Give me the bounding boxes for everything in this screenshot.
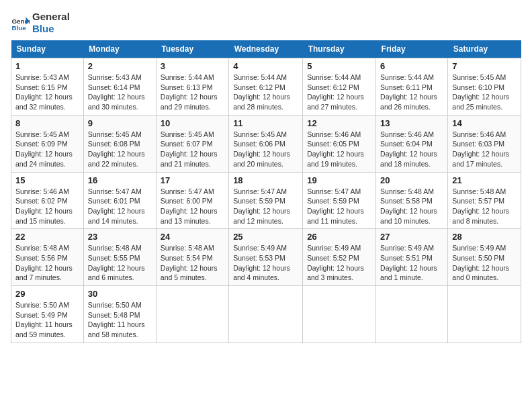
day-cell: 28Sunrise: 5:49 AMSunset: 5:50 PMDayligh… — [448, 229, 521, 286]
day-number: 14 — [452, 118, 517, 128]
day-info: Sunrise: 5:47 AMSunset: 5:59 PMDaylight:… — [233, 187, 298, 226]
day-info: Sunrise: 5:45 AMSunset: 6:06 PMDaylight:… — [233, 130, 298, 169]
logo: General Blue General Blue — [11, 11, 70, 35]
day-cell: 15Sunrise: 5:46 AMSunset: 6:02 PMDayligh… — [11, 172, 84, 229]
day-info: Sunrise: 5:47 AMSunset: 6:01 PMDaylight:… — [88, 187, 152, 226]
day-info: Sunrise: 5:47 AMSunset: 6:00 PMDaylight:… — [161, 187, 224, 226]
day-cell: 1Sunrise: 5:43 AMSunset: 6:15 PMDaylight… — [11, 58, 84, 116]
day-number: 26 — [307, 232, 371, 242]
day-info: Sunrise: 5:49 AMSunset: 5:52 PMDaylight:… — [307, 243, 371, 283]
day-info: Sunrise: 5:50 AMSunset: 5:49 PMDaylight:… — [15, 300, 79, 340]
day-info: Sunrise: 5:48 AMSunset: 5:57 PMDaylight:… — [452, 187, 517, 226]
day-info: Sunrise: 5:43 AMSunset: 6:15 PMDaylight:… — [15, 73, 79, 112]
day-info: Sunrise: 5:43 AMSunset: 6:14 PMDaylight:… — [88, 73, 152, 112]
day-cell: 19Sunrise: 5:47 AMSunset: 5:59 PMDayligh… — [303, 172, 376, 229]
day-number: 13 — [380, 118, 443, 128]
day-info: Sunrise: 5:45 AMSunset: 6:08 PMDaylight:… — [88, 130, 152, 169]
day-number: 10 — [161, 118, 224, 128]
day-cell: 27Sunrise: 5:49 AMSunset: 5:51 PMDayligh… — [376, 229, 448, 286]
day-number: 16 — [88, 175, 152, 185]
day-number: 24 — [161, 232, 224, 242]
week-row-3: 15Sunrise: 5:46 AMSunset: 6:02 PMDayligh… — [11, 172, 521, 229]
day-cell: 22Sunrise: 5:48 AMSunset: 5:56 PMDayligh… — [11, 229, 84, 286]
day-cell: 2Sunrise: 5:43 AMSunset: 6:14 PMDaylight… — [83, 58, 156, 116]
day-info: Sunrise: 5:44 AMSunset: 6:12 PMDaylight:… — [307, 73, 371, 112]
day-info: Sunrise: 5:45 AMSunset: 6:09 PMDaylight:… — [15, 130, 79, 169]
day-number: 11 — [233, 118, 298, 128]
day-info: Sunrise: 5:50 AMSunset: 5:48 PMDaylight:… — [88, 300, 152, 340]
svg-text:Blue: Blue — [11, 24, 26, 32]
day-cell: 5Sunrise: 5:44 AMSunset: 6:12 PMDaylight… — [303, 58, 376, 116]
page-header: General Blue General Blue — [11, 11, 521, 35]
day-number: 7 — [452, 61, 517, 71]
day-info: Sunrise: 5:47 AMSunset: 5:59 PMDaylight:… — [307, 187, 371, 226]
day-info: Sunrise: 5:46 AMSunset: 6:02 PMDaylight:… — [15, 187, 79, 226]
day-number: 19 — [307, 175, 371, 185]
day-number: 9 — [88, 118, 152, 128]
day-info: Sunrise: 5:48 AMSunset: 5:56 PMDaylight:… — [15, 243, 79, 283]
day-info: Sunrise: 5:49 AMSunset: 5:50 PMDaylight:… — [452, 243, 517, 283]
day-number: 23 — [88, 232, 152, 242]
day-cell: 24Sunrise: 5:48 AMSunset: 5:54 PMDayligh… — [156, 229, 228, 286]
day-number: 20 — [380, 175, 443, 185]
day-number: 8 — [15, 118, 79, 128]
day-info: Sunrise: 5:45 AMSunset: 6:07 PMDaylight:… — [161, 130, 224, 169]
day-info: Sunrise: 5:46 AMSunset: 6:04 PMDaylight:… — [380, 130, 443, 169]
day-number: 15 — [15, 175, 79, 185]
week-row-5: 29Sunrise: 5:50 AMSunset: 5:49 PMDayligh… — [11, 286, 521, 343]
day-number: 22 — [15, 232, 79, 242]
day-number: 25 — [233, 232, 298, 242]
day-cell — [448, 286, 521, 343]
day-cell: 11Sunrise: 5:45 AMSunset: 6:06 PMDayligh… — [229, 115, 303, 172]
calendar-table: SundayMondayTuesdayWednesdayThursdayFrid… — [11, 40, 521, 343]
day-info: Sunrise: 5:46 AMSunset: 6:05 PMDaylight:… — [307, 130, 371, 169]
day-number: 27 — [380, 232, 443, 242]
day-cell: 6Sunrise: 5:44 AMSunset: 6:11 PMDaylight… — [376, 58, 448, 116]
day-cell: 8Sunrise: 5:45 AMSunset: 6:09 PMDaylight… — [11, 115, 84, 172]
day-cell: 18Sunrise: 5:47 AMSunset: 5:59 PMDayligh… — [229, 172, 303, 229]
day-info: Sunrise: 5:48 AMSunset: 5:58 PMDaylight:… — [380, 187, 443, 226]
logo-text-blue: Blue — [32, 23, 70, 35]
day-number: 17 — [161, 175, 224, 185]
day-number: 30 — [88, 289, 152, 299]
col-header-tuesday: Tuesday — [156, 40, 228, 58]
day-cell: 25Sunrise: 5:49 AMSunset: 5:53 PMDayligh… — [229, 229, 303, 286]
day-info: Sunrise: 5:48 AMSunset: 5:54 PMDaylight:… — [161, 243, 224, 283]
day-cell: 29Sunrise: 5:50 AMSunset: 5:49 PMDayligh… — [11, 286, 84, 343]
day-cell: 20Sunrise: 5:48 AMSunset: 5:58 PMDayligh… — [376, 172, 448, 229]
day-cell: 10Sunrise: 5:45 AMSunset: 6:07 PMDayligh… — [156, 115, 228, 172]
day-number: 5 — [307, 61, 371, 71]
day-number: 1 — [15, 61, 79, 71]
week-row-1: 1Sunrise: 5:43 AMSunset: 6:15 PMDaylight… — [11, 58, 521, 116]
day-info: Sunrise: 5:44 AMSunset: 6:12 PMDaylight:… — [233, 73, 298, 112]
calendar-header-row: SundayMondayTuesdayWednesdayThursdayFrid… — [11, 40, 521, 58]
week-row-4: 22Sunrise: 5:48 AMSunset: 5:56 PMDayligh… — [11, 229, 521, 286]
day-cell: 13Sunrise: 5:46 AMSunset: 6:04 PMDayligh… — [376, 115, 448, 172]
day-number: 2 — [88, 61, 152, 71]
day-number: 21 — [452, 175, 517, 185]
day-info: Sunrise: 5:49 AMSunset: 5:53 PMDaylight:… — [233, 243, 298, 283]
day-cell: 12Sunrise: 5:46 AMSunset: 6:05 PMDayligh… — [303, 115, 376, 172]
col-header-sunday: Sunday — [11, 40, 84, 58]
day-number: 4 — [233, 61, 298, 71]
day-number: 3 — [161, 61, 224, 71]
day-cell: 3Sunrise: 5:44 AMSunset: 6:13 PMDaylight… — [156, 58, 228, 116]
day-info: Sunrise: 5:46 AMSunset: 6:03 PMDaylight:… — [452, 130, 517, 169]
day-number: 18 — [233, 175, 298, 185]
week-row-2: 8Sunrise: 5:45 AMSunset: 6:09 PMDaylight… — [11, 115, 521, 172]
day-cell: 21Sunrise: 5:48 AMSunset: 5:57 PMDayligh… — [448, 172, 521, 229]
col-header-thursday: Thursday — [303, 40, 376, 58]
day-number: 28 — [452, 232, 517, 242]
day-cell — [229, 286, 303, 343]
day-cell: 7Sunrise: 5:45 AMSunset: 6:10 PMDaylight… — [448, 58, 521, 116]
day-number: 6 — [380, 61, 443, 71]
day-info: Sunrise: 5:45 AMSunset: 6:10 PMDaylight:… — [452, 73, 517, 112]
logo-icon: General Blue — [11, 13, 30, 32]
day-info: Sunrise: 5:44 AMSunset: 6:13 PMDaylight:… — [161, 73, 224, 112]
day-cell: 17Sunrise: 5:47 AMSunset: 6:00 PMDayligh… — [156, 172, 228, 229]
col-header-monday: Monday — [83, 40, 156, 58]
day-cell — [303, 286, 376, 343]
day-cell: 4Sunrise: 5:44 AMSunset: 6:12 PMDaylight… — [229, 58, 303, 116]
col-header-friday: Friday — [376, 40, 448, 58]
day-cell: 16Sunrise: 5:47 AMSunset: 6:01 PMDayligh… — [83, 172, 156, 229]
